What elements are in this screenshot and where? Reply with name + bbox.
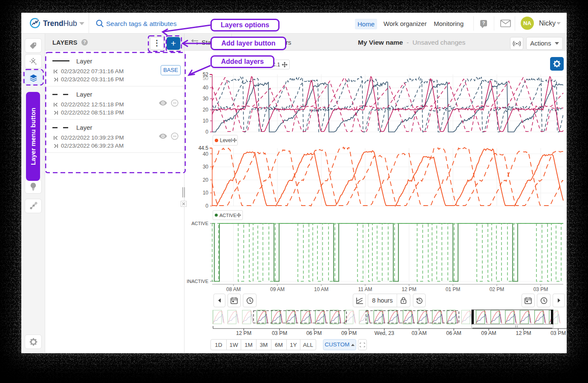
- svg-text:40: 40: [203, 151, 209, 157]
- svg-text:20: 20: [203, 177, 209, 183]
- svg-text:50: 50: [203, 75, 209, 81]
- svg-text:ACTIVE: ACTIVE: [191, 221, 208, 226]
- svg-text:12 PM: 12 PM: [402, 286, 417, 292]
- svg-text:02 PM: 02 PM: [490, 286, 504, 292]
- svg-text:09 AM: 09 AM: [481, 330, 496, 336]
- svg-text:0: 0: [205, 203, 208, 209]
- svg-text:06 PM: 06 PM: [306, 330, 322, 336]
- svg-text:0: 0: [205, 129, 208, 135]
- svg-text:08 AM: 08 AM: [226, 286, 241, 292]
- svg-text:06 AM: 06 AM: [446, 330, 461, 336]
- svg-text:11 AM: 11 AM: [358, 286, 372, 292]
- svg-text:03 PM: 03 PM: [272, 330, 287, 336]
- svg-text:10: 10: [203, 118, 209, 124]
- svg-text:30: 30: [203, 96, 209, 102]
- svg-text:09 PM: 09 PM: [341, 330, 357, 336]
- svg-text:20: 20: [203, 107, 209, 113]
- svg-text:30: 30: [203, 164, 209, 170]
- svg-text:Wed, 23: Wed, 23: [375, 330, 394, 336]
- svg-text:12 PM: 12 PM: [516, 330, 531, 336]
- svg-text:10 AM: 10 AM: [314, 286, 329, 292]
- svg-text:44.5: 44.5: [199, 145, 209, 151]
- svg-text:09 AM: 09 AM: [270, 286, 285, 292]
- svg-text:INACTIVE: INACTIVE: [187, 279, 208, 284]
- svg-text:03 PM: 03 PM: [551, 330, 566, 336]
- svg-text:03 PM: 03 PM: [533, 286, 548, 292]
- svg-text:01 PM: 01 PM: [446, 286, 461, 292]
- svg-text:10: 10: [203, 190, 209, 196]
- svg-text:40: 40: [203, 85, 209, 91]
- svg-text:03 AM: 03 AM: [412, 330, 427, 336]
- svg-text:12 PM: 12 PM: [236, 330, 251, 336]
